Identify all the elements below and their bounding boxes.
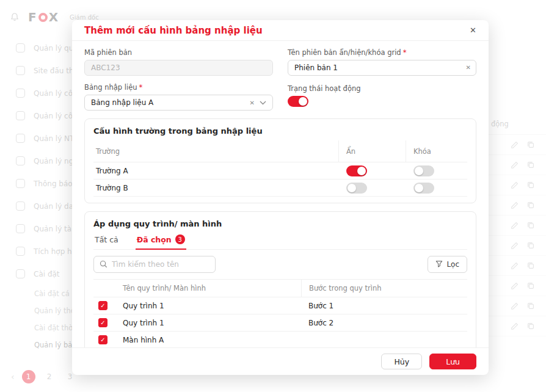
- table-header-row: Tên quy trình/ Màn hình Bước trong quy t…: [93, 279, 467, 297]
- add-input-table-config-modal: Thêm mới cấu hình bảng nhập liệu ✕ Mã ph…: [72, 20, 489, 375]
- apply-process-card: Áp dụng quy trình/ màn hình Tất cả Đã ch…: [84, 211, 476, 347]
- table-header-row: Trường Ẩn Khóa: [93, 140, 467, 162]
- apply-process-title: Áp dụng quy trình/ màn hình: [93, 219, 467, 228]
- hidden-toggle[interactable]: [346, 183, 367, 194]
- active-status-label: Trạng thái hoạt động: [288, 84, 476, 93]
- process-step: Bước 2: [301, 319, 467, 327]
- process-step: Bước 1: [301, 302, 467, 310]
- version-code-input: [84, 60, 273, 76]
- input-table-field: Bảng nhập liệu* Bảng nhập liệu A ✕: [84, 83, 273, 111]
- filter-button[interactable]: Lọc: [428, 256, 467, 273]
- search-icon: [100, 259, 107, 270]
- selected-count-badge: 3: [175, 234, 185, 244]
- column-header-locked: Khóa: [406, 147, 467, 156]
- required-asterisk: *: [403, 48, 407, 57]
- search-row: Lọc: [93, 256, 467, 273]
- filter-funnel-icon: [435, 260, 443, 269]
- field-config-table: Trường Ẩn Khóa Trường A Trường B: [93, 140, 467, 197]
- clear-icon[interactable]: ✕: [466, 65, 471, 71]
- row-checkbox[interactable]: [98, 318, 107, 327]
- modal-title: Thêm mới cấu hình bảng nhập liệu: [84, 25, 263, 36]
- field-config-title: Cấu hình trường trong bảng nhập liệu: [93, 126, 467, 136]
- row-checkbox[interactable]: [98, 335, 107, 344]
- process-table: Tên quy trình/ Màn hình Bước trong quy t…: [93, 279, 467, 347]
- search-box: [93, 256, 216, 273]
- version-name-input[interactable]: [288, 60, 476, 76]
- cancel-button[interactable]: Hủy: [381, 354, 422, 369]
- modal-footer: Hủy Lưu: [72, 347, 489, 375]
- table-row: Quy trình 1 Bước 1: [93, 297, 467, 314]
- version-name-field: Tên phiên bản ẩn/hiện/khóa grid* ✕: [288, 48, 476, 76]
- chevron-down-icon: [260, 98, 266, 107]
- field-name: Trường B: [93, 184, 339, 192]
- table-row: Trường B: [93, 180, 467, 197]
- form-grid: Mã phiên bản Tên phiên bản ẩn/hiện/khóa …: [84, 48, 476, 111]
- input-table-label: Bảng nhập liệu*: [84, 83, 273, 92]
- search-input[interactable]: [112, 260, 209, 269]
- table-row: Quy trình 1 Bước 2: [93, 314, 467, 332]
- save-button[interactable]: Lưu: [429, 354, 476, 369]
- locked-toggle[interactable]: [413, 165, 434, 176]
- process-name: Màn hình A: [115, 336, 301, 344]
- modal-header: Thêm mới cấu hình bảng nhập liệu ✕: [72, 20, 489, 41]
- version-name-label: Tên phiên bản ẩn/hiện/khóa grid*: [288, 48, 476, 57]
- process-name: Quy trình 1: [115, 302, 301, 310]
- field-name: Trường A: [93, 167, 339, 175]
- hidden-toggle[interactable]: [346, 165, 367, 176]
- row-checkbox[interactable]: [98, 301, 107, 310]
- input-table-select[interactable]: Bảng nhập liệu A ✕: [84, 95, 273, 111]
- close-icon[interactable]: ✕: [470, 26, 476, 34]
- table-row: Trường A: [93, 162, 467, 180]
- required-asterisk: *: [139, 83, 143, 92]
- modal-body: Mã phiên bản Tên phiên bản ẩn/hiện/khóa …: [72, 41, 489, 347]
- column-header-step: Bước trong quy trình: [301, 280, 467, 297]
- column-header-hidden: Ẩn: [339, 140, 406, 162]
- select-value: Bảng nhập liệu A: [91, 98, 153, 107]
- version-code-field: Mã phiên bản: [84, 48, 273, 76]
- active-status-toggle[interactable]: [288, 96, 308, 107]
- locked-toggle[interactable]: [413, 183, 434, 194]
- version-code-label: Mã phiên bản: [84, 48, 273, 57]
- tabs: Tất cả Đã chọn 3: [93, 233, 467, 250]
- table-row: Màn hình A: [93, 332, 467, 347]
- active-status-field: Trạng thái hoạt động: [288, 83, 476, 111]
- clear-icon[interactable]: ✕: [250, 100, 255, 106]
- column-header-field: Trường: [93, 140, 339, 162]
- tab-all[interactable]: Tất cả: [93, 233, 120, 249]
- tab-selected[interactable]: Đã chọn 3: [136, 233, 186, 250]
- field-config-card: Cấu hình trường trong bảng nhập liệu Trư…: [84, 118, 476, 203]
- process-name: Quy trình 1: [115, 319, 301, 327]
- column-header-process-name: Tên quy trình/ Màn hình: [115, 284, 301, 292]
